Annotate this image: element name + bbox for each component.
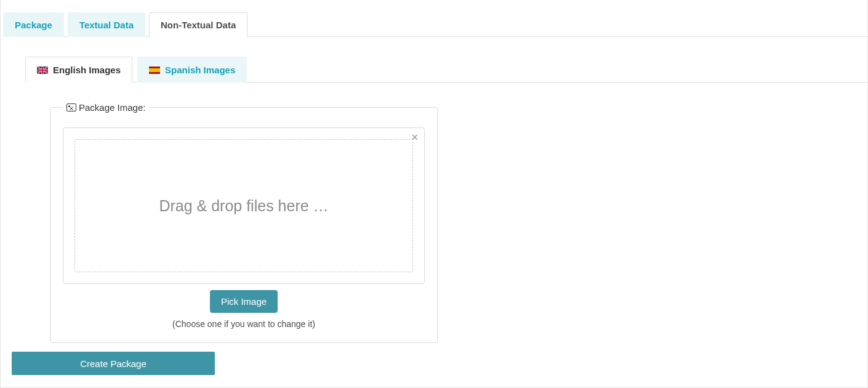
tab-package-label: Package — [15, 20, 52, 30]
spain-flag-icon — [149, 67, 160, 74]
package-image-group: Package Image: × Drag & drop files here … — [50, 102, 438, 343]
tab-textual-data[interactable]: Textual Data — [68, 12, 145, 37]
tab-english-images-label: English Images — [53, 65, 121, 75]
create-package-button[interactable]: Create Package — [12, 352, 215, 375]
tab-textual-data-label: Textual Data — [79, 20, 134, 30]
tab-non-textual-data[interactable]: Non-Textual Data — [149, 12, 247, 37]
language-tabs: English Images Spanish Images — [25, 57, 867, 83]
tab-spanish-images-label: Spanish Images — [165, 65, 235, 75]
file-drop-container: × Drag & drop files here … — [63, 127, 425, 284]
image-icon — [66, 103, 76, 111]
uk-flag-icon — [37, 67, 48, 74]
tab-spanish-images[interactable]: Spanish Images — [137, 57, 247, 83]
main-tabs: Package Textual Data Non-Textual Data — [3, 12, 867, 37]
pick-image-button[interactable]: Pick Image — [210, 290, 278, 313]
file-drop-text: Drag & drop files here … — [159, 197, 328, 215]
close-icon[interactable]: × — [411, 132, 418, 143]
svg-rect-6 — [149, 68, 160, 72]
package-image-legend-text: Package Image: — [79, 102, 145, 113]
tab-package[interactable]: Package — [3, 12, 64, 37]
tab-english-images[interactable]: English Images — [25, 57, 132, 83]
svg-rect-4 — [37, 70, 48, 71]
package-image-legend: Package Image: — [63, 102, 149, 113]
pick-image-button-label: Pick Image — [221, 296, 267, 307]
pick-image-hint: (Choose one if you want to change it) — [63, 319, 425, 329]
create-package-button-label: Create Package — [80, 358, 147, 369]
tab-non-textual-data-label: Non-Textual Data — [161, 20, 236, 30]
file-drop-zone[interactable]: Drag & drop files here … — [74, 139, 413, 272]
